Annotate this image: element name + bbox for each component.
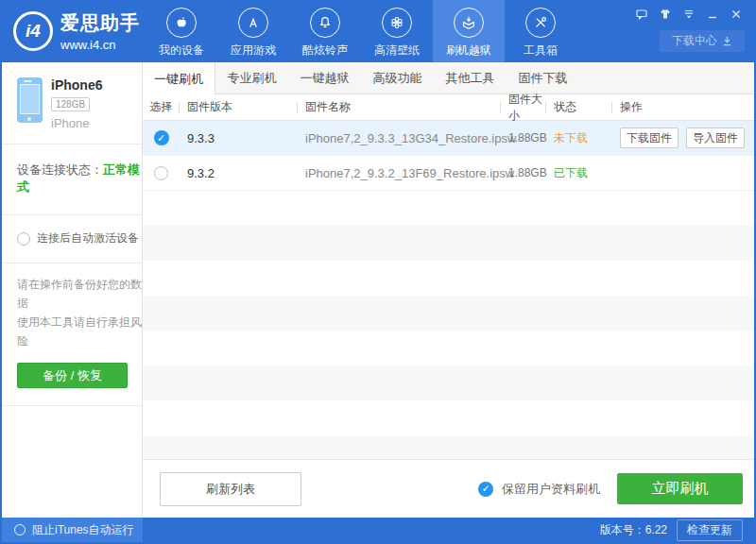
empty-row: [143, 191, 754, 226]
firmware-table: ✓9.3.3iPhone7,2_9.3.3_13G34_Restore.ipsw…: [143, 121, 754, 459]
appstore-icon: [238, 8, 268, 38]
tab-advanced-functions[interactable]: 高级功能: [361, 62, 434, 94]
empty-row: [143, 296, 754, 331]
firmware-name: iPhone7,2_9.3.2_13F69_Restore.ipsw: [298, 166, 501, 180]
firmware-version: 9.3.3: [180, 131, 298, 145]
warning-line-1: 请在操作前备份好您的数据: [17, 275, 142, 313]
block-itunes-option[interactable]: 阻止iTunes自动运行: [2, 518, 143, 542]
import-firmware-button[interactable]: 导入固件: [686, 128, 745, 148]
close-icon[interactable]: [730, 8, 743, 20]
nav-item-label: 我的设备: [159, 42, 204, 59]
auto-activate-label: 连接后自动激活设备: [37, 230, 139, 246]
bell-icon: [310, 8, 340, 38]
tab-firmware-download[interactable]: 固件下载: [507, 62, 579, 94]
iphone-icon: [17, 77, 43, 123]
device-info-section: iPhone6 128GB iPhone: [2, 62, 142, 144]
tab-one-key-flash[interactable]: 一键刷机: [143, 62, 215, 95]
nav-item-label: 应用游戏: [231, 42, 276, 59]
menu-icon[interactable]: [682, 8, 696, 20]
status-bar: 阻止iTunes自动运行 版本号：6.22 检查更新: [2, 518, 754, 542]
flash-icon: [454, 8, 484, 38]
keep-user-data-label: 保留用户资料刷机: [502, 481, 600, 498]
column-header: 状态: [546, 99, 612, 115]
action-bar: 刷新列表 ✓ 保留用户资料刷机 立即刷机: [143, 459, 754, 518]
selected-radio[interactable]: ✓: [154, 130, 169, 145]
download-center-button[interactable]: 下载中心: [660, 30, 745, 52]
empty-row: [143, 400, 754, 435]
column-header: 选择: [143, 99, 180, 115]
download-icon: [722, 36, 732, 46]
tab-pro-flash[interactable]: 专业刷机: [215, 62, 288, 94]
table-row[interactable]: ✓9.3.3iPhone7,2_9.3.3_13G34_Restore.ipsw…: [143, 121, 754, 156]
app-url: www.i4.cn: [60, 38, 140, 52]
device-name: iPhone6: [51, 77, 102, 93]
empty-row: [143, 435, 754, 459]
nav-item-my-devices[interactable]: 我的设备: [146, 0, 217, 62]
firmware-name: iPhone7,2_9.3.3_13G34_Restore.ipsw: [298, 131, 501, 145]
nav-item-toolbox[interactable]: 工具箱: [505, 0, 576, 62]
wallpaper-icon: [382, 8, 412, 38]
column-header: 固件名称: [298, 99, 501, 115]
column-header: 固件大小: [501, 92, 546, 124]
nav-item-wallpapers[interactable]: 高清壁纸: [361, 0, 433, 62]
nav-item-ringtones[interactable]: 酷炫铃声: [289, 0, 361, 62]
nav-item-label: 刷机越狱: [446, 42, 491, 59]
toolbox-icon: [525, 8, 556, 38]
device-capacity-badge: 128GB: [51, 97, 90, 111]
firmware-size: 1.88GB: [501, 131, 546, 144]
version-label: 版本号：6.22: [600, 522, 667, 538]
window-controls: [635, 8, 743, 20]
status-badge: 已下载: [546, 165, 612, 181]
keep-user-data-option[interactable]: ✓ 保留用户资料刷机: [478, 481, 600, 498]
app-logo: i4 爱思助手 www.i4.cn: [2, 0, 146, 62]
main-nav: 我的设备应用游戏酷炫铃声高清壁纸刷机越狱工具箱: [146, 0, 576, 62]
connection-status: 设备连接状态：正常模式: [2, 144, 142, 215]
empty-row: [143, 366, 754, 400]
app-title: 爱思助手: [60, 10, 140, 36]
tab-bar: 一键刷机专业刷机一键越狱高级功能其他工具固件下载: [143, 62, 754, 94]
column-header: 操作: [612, 99, 754, 115]
tab-other-tools[interactable]: 其他工具: [434, 62, 507, 94]
nav-item-flash-jailbreak[interactable]: 刷机越狱: [433, 0, 505, 62]
firmware-version: 9.3.2: [180, 166, 298, 180]
block-itunes-radio[interactable]: [14, 524, 26, 536]
app-window: i4 爱思助手 www.i4.cn 我的设备应用游戏酷炫铃声高清壁纸刷机越狱工具…: [0, 0, 756, 544]
apple-icon: [166, 8, 197, 38]
nav-item-label: 酷炫铃声: [302, 42, 348, 59]
feedback-icon[interactable]: [635, 8, 648, 20]
minimize-icon[interactable]: [706, 8, 719, 20]
check-update-button[interactable]: 检查更新: [677, 519, 743, 541]
status-badge: 未下载: [546, 130, 612, 146]
flash-now-button[interactable]: 立即刷机: [617, 473, 743, 504]
block-itunes-label: 阻止iTunes自动运行: [32, 522, 134, 538]
table-row[interactable]: 9.3.2iPhone7,2_9.3.2_13F69_Restore.ipsw1…: [143, 156, 754, 191]
keep-user-data-checkbox[interactable]: ✓: [478, 482, 493, 497]
warning-line-2: 使用本工具请自行承担风险: [17, 313, 142, 350]
logo-icon: i4: [13, 11, 53, 51]
table-header: 选择固件版本固件名称固件大小状态操作: [143, 94, 754, 121]
sidebar: iPhone6 128GB iPhone 设备连接状态：正常模式 连接后自动激活…: [2, 62, 143, 518]
select-cell: ✓: [143, 130, 180, 145]
select-cell: [143, 166, 180, 180]
actions-cell: 下载固件导入固件: [612, 128, 754, 148]
auto-activate-radio[interactable]: [17, 232, 30, 246]
device-model: iPhone: [51, 116, 102, 130]
auto-activate-option[interactable]: 连接后自动激活设备: [2, 215, 142, 264]
nav-item-apps-games[interactable]: 应用游戏: [217, 0, 289, 62]
titlebar: i4 爱思助手 www.i4.cn 我的设备应用游戏酷炫铃声高清壁纸刷机越狱工具…: [2, 0, 754, 62]
main-panel: 一键刷机专业刷机一键越狱高级功能其他工具固件下载 选择固件版本固件名称固件大小状…: [143, 62, 754, 518]
nav-item-label: 高清壁纸: [374, 42, 420, 59]
empty-row: [143, 226, 754, 261]
unselected-radio[interactable]: [154, 166, 168, 180]
skin-icon[interactable]: [659, 8, 672, 20]
empty-row: [143, 331, 754, 366]
download-firmware-button[interactable]: 下载固件: [620, 128, 679, 148]
refresh-list-button[interactable]: 刷新列表: [160, 472, 301, 506]
backup-restore-button[interactable]: 备份 / 恢复: [17, 363, 128, 388]
download-center-label: 下载中心: [672, 33, 717, 49]
nav-item-label: 工具箱: [524, 42, 558, 59]
backup-warning: 请在操作前备份好您的数据 使用本工具请自行承担风险 备份 / 恢复: [2, 264, 142, 406]
tab-one-key-jailbreak[interactable]: 一键越狱: [288, 62, 361, 94]
empty-row: [143, 261, 754, 296]
firmware-size: 1.88GB: [501, 166, 546, 179]
